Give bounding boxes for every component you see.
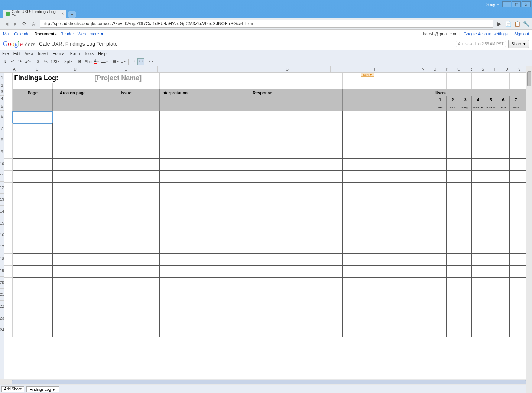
cell[interactable] xyxy=(13,123,53,135)
menu-form[interactable]: Form xyxy=(70,51,80,56)
cell[interactable] xyxy=(484,171,497,183)
cell[interactable] xyxy=(93,230,160,242)
cell[interactable] xyxy=(160,135,251,147)
cell[interactable] xyxy=(510,289,522,301)
header-interpretation[interactable]: Interpretation xyxy=(160,89,251,96)
cell[interactable] xyxy=(343,301,434,313)
cell[interactable] xyxy=(4,194,13,206)
menu-edit[interactable]: Edit xyxy=(13,51,20,56)
strikethrough-button[interactable]: Abc xyxy=(84,58,93,65)
cell[interactable] xyxy=(434,159,447,171)
text-color-button[interactable]: A xyxy=(93,58,100,65)
cell[interactable] xyxy=(13,254,53,266)
nav-calendar[interactable]: Calendar xyxy=(14,32,31,36)
cell[interactable] xyxy=(459,111,472,123)
cell[interactable] xyxy=(497,313,510,325)
cell[interactable] xyxy=(510,218,522,230)
cell[interactable] xyxy=(160,218,251,230)
cell[interactable] xyxy=(251,171,343,183)
font-size-select[interactable]: 8pt xyxy=(64,58,73,65)
cell[interactable] xyxy=(160,313,251,325)
header-page[interactable]: Page xyxy=(13,89,53,96)
col-header[interactable]: O xyxy=(429,66,441,72)
cell[interactable] xyxy=(4,325,13,337)
cell[interactable] xyxy=(251,254,343,266)
cell[interactable] xyxy=(251,266,343,278)
cell[interactable] xyxy=(53,301,93,313)
cell[interactable] xyxy=(53,218,93,230)
row-header[interactable]: 19 xyxy=(0,265,4,277)
cell[interactable] xyxy=(459,313,472,325)
cell[interactable] xyxy=(93,135,160,147)
cell[interactable] xyxy=(447,218,459,230)
window-maximize-button[interactable]: ☐ xyxy=(512,1,521,7)
row-header[interactable]: 18 xyxy=(0,253,4,265)
cell[interactable] xyxy=(472,159,484,171)
row-header[interactable]: 20 xyxy=(0,277,4,289)
cell[interactable] xyxy=(459,135,472,147)
cell[interactable] xyxy=(251,325,343,337)
col-header[interactable]: A xyxy=(10,66,18,72)
cell[interactable] xyxy=(93,111,160,123)
cell[interactable] xyxy=(447,289,459,301)
cell[interactable] xyxy=(343,254,434,266)
cell[interactable] xyxy=(472,325,484,337)
cell[interactable] xyxy=(4,159,13,171)
cell[interactable] xyxy=(510,171,522,183)
cell[interactable] xyxy=(251,135,343,147)
formula-button[interactable]: Σ xyxy=(147,58,154,65)
row-header[interactable]: 14 xyxy=(0,206,4,217)
cell[interactable] xyxy=(447,230,459,242)
cell[interactable] xyxy=(434,313,447,325)
cell[interactable] xyxy=(13,242,53,254)
cell[interactable] xyxy=(510,325,522,337)
align-button[interactable]: ≡ xyxy=(120,58,127,65)
cell[interactable] xyxy=(434,278,447,289)
cell[interactable] xyxy=(472,171,484,183)
share-button[interactable]: Share ▾ xyxy=(508,40,529,48)
cell[interactable] xyxy=(434,230,447,242)
user-name[interactable]: Pete xyxy=(510,103,522,111)
title-cell[interactable]: Findings Log: xyxy=(13,73,93,83)
cell[interactable] xyxy=(497,135,510,147)
col-header[interactable]: U xyxy=(501,66,513,72)
user-name[interactable]: Paul xyxy=(447,103,459,111)
cell[interactable] xyxy=(53,325,93,337)
tab-close-icon[interactable]: × xyxy=(61,11,64,16)
header-issue[interactable]: Issue xyxy=(93,89,160,96)
menu-insert[interactable]: Insert xyxy=(38,51,48,56)
cell[interactable] xyxy=(472,242,484,254)
cell[interactable] xyxy=(472,289,484,301)
cell[interactable] xyxy=(434,183,447,194)
cell[interactable] xyxy=(251,111,343,123)
cell[interactable] xyxy=(472,194,484,206)
cell[interactable] xyxy=(343,194,434,206)
cell[interactable] xyxy=(93,147,160,159)
cell[interactable] xyxy=(93,194,160,206)
cell[interactable] xyxy=(447,278,459,289)
cell[interactable] xyxy=(53,111,93,123)
bookmark-star-icon[interactable]: ☆ xyxy=(29,20,38,28)
cell[interactable] xyxy=(160,194,251,206)
cell[interactable] xyxy=(459,218,472,230)
cell[interactable] xyxy=(13,147,53,159)
cell[interactable] xyxy=(160,242,251,254)
cell[interactable] xyxy=(434,289,447,301)
cell[interactable] xyxy=(484,289,497,301)
cell[interactable] xyxy=(4,254,13,266)
cell[interactable] xyxy=(497,266,510,278)
col-header[interactable]: S xyxy=(477,66,489,72)
cell[interactable] xyxy=(510,183,522,194)
cell[interactable] xyxy=(4,123,13,135)
cell[interactable] xyxy=(434,266,447,278)
col-header[interactable]: R xyxy=(465,66,477,72)
cell[interactable] xyxy=(484,301,497,313)
cell[interactable] xyxy=(484,159,497,171)
cell[interactable] xyxy=(251,242,343,254)
cell[interactable] xyxy=(497,254,510,266)
cell[interactable] xyxy=(53,159,93,171)
cell[interactable] xyxy=(53,206,93,218)
cell[interactable] xyxy=(459,230,472,242)
row-header[interactable]: 1 xyxy=(0,73,4,83)
vertical-scrollbar[interactable] xyxy=(526,73,532,379)
